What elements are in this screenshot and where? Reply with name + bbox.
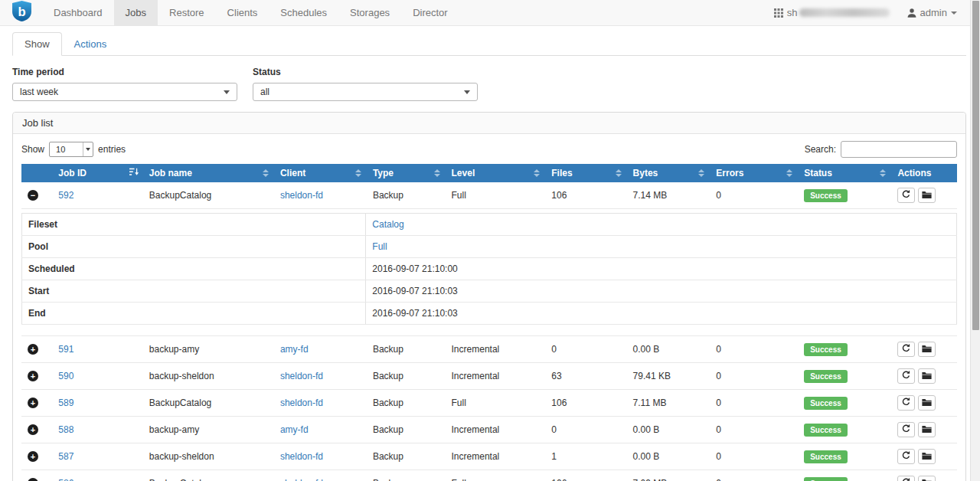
column-header-job-id[interactable]: Job ID (52, 164, 143, 182)
client-link[interactable]: sheldon-fd (280, 478, 323, 481)
nav-item-storages[interactable]: Storages (338, 0, 401, 25)
rerun-job-button[interactable] (897, 476, 915, 481)
search-input[interactable] (841, 141, 957, 158)
tab-show[interactable]: Show (12, 32, 62, 56)
expand-row-button[interactable]: + (28, 398, 38, 408)
status-badge: Success (804, 450, 848, 463)
client-link[interactable]: sheldon-fd (280, 190, 323, 201)
job-id-link[interactable]: 592 (58, 190, 74, 201)
refresh-icon (901, 397, 911, 409)
column-header-client[interactable]: Client (274, 164, 367, 182)
nav-item-director[interactable]: Director (401, 0, 459, 25)
errors-cell: 0 (710, 363, 798, 390)
scrollbar-track[interactable] (970, 0, 980, 481)
column-header-files[interactable]: Files (545, 164, 626, 182)
expand-row-button[interactable]: + (28, 424, 38, 435)
client-cell: sheldon-fd (274, 182, 367, 209)
client-link[interactable]: sheldon-fd (280, 398, 323, 408)
table-row: +589BackupCatalogsheldon-fdBackupFull106… (21, 390, 957, 417)
detail-item-row: PoolFull (22, 236, 957, 258)
job-files-button[interactable] (918, 422, 936, 437)
status-badge: Success (804, 477, 848, 481)
job-id-cell: 588 (52, 417, 143, 443)
column-header-status[interactable]: Status (798, 164, 891, 182)
type-cell: Backup (367, 390, 446, 417)
folder-icon (922, 478, 932, 481)
blurred-hostname (799, 8, 890, 17)
page-size-select[interactable]: 10 (49, 142, 93, 157)
pool-link[interactable]: Full (372, 241, 387, 252)
status-select[interactable]: all (253, 83, 478, 101)
user-menu[interactable]: admin (906, 7, 957, 18)
client-link[interactable]: amy-fd (280, 344, 309, 355)
scrollbar-thumb[interactable] (972, 1, 979, 330)
job-files-button[interactable] (918, 342, 936, 357)
status-filter-group: Status all (253, 67, 478, 101)
expander-cell: − (21, 182, 52, 209)
column-header-job-name[interactable]: Job name (143, 164, 274, 182)
expand-row-button[interactable]: + (28, 478, 38, 481)
expand-row-button[interactable]: + (28, 451, 38, 462)
detail-cell: FilesetCatalogPoolFullScheduled2016-09-0… (21, 209, 957, 336)
user-icon (906, 8, 917, 18)
nav-item-jobs[interactable]: Jobs (114, 0, 158, 25)
client-link[interactable]: sheldon-fd (280, 451, 323, 462)
job-id-link[interactable]: 586 (58, 478, 74, 481)
column-header-actions: Actions (891, 164, 957, 182)
rerun-job-button[interactable] (897, 342, 915, 357)
detail-label-end: End (22, 303, 366, 325)
type-cell: Backup (367, 182, 446, 209)
job-files-button[interactable] (918, 449, 936, 464)
job-id-link[interactable]: 588 (58, 424, 74, 435)
apps-grid-icon[interactable] (774, 8, 783, 18)
detail-value-scheduled: 2016-09-07 21:10:00 (366, 258, 957, 280)
collapse-row-button[interactable]: − (28, 190, 38, 201)
client-link[interactable]: amy-fd (280, 424, 309, 435)
status-filter-value: all (260, 87, 270, 97)
nav-item-clients[interactable]: Clients (216, 0, 270, 25)
rerun-job-button[interactable] (897, 368, 915, 384)
time-period-select[interactable]: last week (12, 83, 237, 101)
detail-label-start: Start (22, 280, 366, 303)
time-period-value: last week (20, 87, 58, 97)
job-id-link[interactable]: 591 (58, 344, 74, 355)
rerun-job-button[interactable] (897, 395, 915, 411)
expander-cell: + (21, 336, 52, 363)
brand-logo[interactable]: b (0, 0, 42, 25)
client-link[interactable]: sheldon-fd (280, 371, 323, 381)
nav-item-schedules[interactable]: Schedules (269, 0, 338, 25)
status-badge: Success (804, 397, 848, 410)
table-row: +586BackupCatalogsheldon-fdBackupFull106… (21, 470, 957, 481)
table-header-row: Job IDJob nameClientTypeLevelFilesBytesE… (21, 164, 957, 182)
column-header-type[interactable]: Type (367, 164, 446, 182)
rerun-job-button[interactable] (897, 422, 915, 437)
job-id-link[interactable]: 590 (58, 371, 74, 381)
rerun-job-button[interactable] (897, 449, 915, 464)
folder-icon (922, 424, 932, 436)
column-header-level[interactable]: Level (446, 164, 546, 182)
job-id-link[interactable]: 589 (58, 398, 74, 408)
column-header-errors[interactable]: Errors (710, 164, 798, 182)
type-cell: Backup (367, 363, 446, 390)
fileset-link[interactable]: Catalog (372, 219, 403, 230)
expand-row-button[interactable]: + (28, 371, 38, 381)
detail-value-end: 2016-09-07 21:10:03 (366, 303, 957, 325)
job-id-link[interactable]: 587 (58, 451, 74, 462)
expand-row-button[interactable]: + (28, 344, 38, 355)
nav-item-dashboard[interactable]: Dashboard (42, 0, 114, 25)
rerun-job-button[interactable] (897, 188, 915, 203)
job-files-button[interactable] (918, 476, 936, 481)
job-files-button[interactable] (918, 395, 936, 411)
level-cell: Full (446, 390, 546, 417)
actions-cell (891, 443, 957, 470)
job-files-button[interactable] (918, 368, 936, 384)
nav-item-restore[interactable]: Restore (158, 0, 216, 25)
job-name-cell: backup-sheldon (143, 443, 274, 470)
detail-value-start: 2016-09-07 21:10:03 (366, 280, 957, 303)
files-cell: 106 (545, 470, 626, 481)
column-header-bytes[interactable]: Bytes (627, 164, 710, 182)
job-files-button[interactable] (918, 188, 936, 203)
status-cell: Success (798, 363, 891, 390)
tab-actions[interactable]: Actions (62, 32, 119, 56)
detail-item-row: FilesetCatalog (22, 214, 957, 236)
